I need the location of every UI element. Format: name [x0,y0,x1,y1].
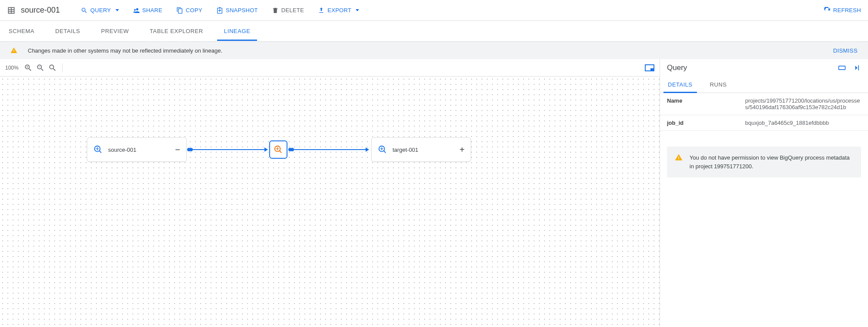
side-tab-runs[interactable]: RUNS [709,77,728,93]
tab-details[interactable]: DETAILS [53,22,82,40]
copy-button[interactable]: COPY [176,7,202,14]
zoom-reset-icon[interactable] [48,63,57,72]
svg-rect-7 [858,65,859,70]
detail-value: projects/199751771200/locations/us/proce… [745,97,861,110]
refresh-button[interactable]: REFRESH [824,7,861,14]
panel-collapse-icon[interactable] [852,63,861,72]
edge-process-to-target [292,149,368,150]
dismiss-button[interactable]: DISMISS [833,47,858,54]
delete-label: DELETE [281,7,304,13]
svg-rect-6 [839,66,845,70]
tab-schema[interactable]: SCHEMA [7,22,36,40]
detail-value: bquxjob_7a6465c9_1881efdbbbb [745,120,861,126]
detail-key: Name [667,97,745,110]
node-source-label: source-001 [108,147,136,153]
export-label: EXPORT [327,7,351,13]
snapshot-button[interactable]: SNAPSHOT [216,7,258,14]
tab-lineage[interactable]: LINEAGE [222,22,252,40]
panel-title: Query [667,63,687,72]
zoom-in-icon[interactable] [24,63,33,72]
query-label: QUERY [90,7,111,13]
detail-row: job_id bquxjob_7a6465c9_1881efdbbbb [660,115,868,131]
svg-line-3 [280,151,282,153]
table-icon [7,6,16,15]
warning-icon [675,153,683,170]
share-button[interactable]: SHARE [133,7,162,14]
page-title: source-001 [21,6,60,15]
panel-layout-icon[interactable] [838,63,846,72]
export-button[interactable]: EXPORT [318,7,359,14]
permission-warning: You do not have permission to view BigQu… [667,147,861,177]
warning-icon [10,47,17,54]
query-button[interactable]: QUERY [81,7,119,14]
magnify-icon [378,145,387,154]
expand-button[interactable]: + [459,145,465,155]
detail-key: job_id [667,120,745,126]
zoom-out-icon[interactable] [36,63,45,72]
permission-message: You do not have permission to view BigQu… [690,153,853,170]
node-source[interactable]: source-001 − [87,137,187,162]
side-tab-details[interactable]: DETAILS [667,77,693,93]
minimap-toggle[interactable] [645,64,654,71]
node-target[interactable]: target-001 + [371,137,471,162]
edge-source-to-process [191,149,267,150]
snapshot-label: SNAPSHOT [226,7,258,13]
svg-line-5 [384,151,386,153]
share-label: SHARE [142,7,162,13]
chevron-down-icon [116,9,119,11]
banner-message: Changes made in other systems may not be… [28,47,222,54]
svg-line-1 [99,151,102,153]
delete-button[interactable]: DELETE [272,7,304,14]
zoom-value: 100% [5,65,19,71]
details-panel: Query DETAILS RUNS Name projects/1997517… [660,59,868,327]
tab-table-explorer[interactable]: TABLE EXPLORER [148,22,205,40]
node-target-label: target-001 [393,147,418,153]
main-tabs: SCHEMA DETAILS PREVIEW TABLE EXPLORER LI… [0,21,868,42]
divider [62,63,63,72]
collapse-button[interactable]: − [175,145,180,155]
info-banner: Changes made in other systems may not be… [0,42,868,59]
chevron-down-icon [356,9,359,11]
tab-preview[interactable]: PREVIEW [99,22,131,40]
magnify-icon [93,145,103,154]
detail-row: Name projects/199751771200/locations/us/… [660,93,868,115]
copy-label: COPY [186,7,202,13]
process-node[interactable] [269,140,287,159]
lineage-canvas[interactable]: source-001 − target-001 + [0,77,660,327]
refresh-label: REFRESH [833,7,861,13]
